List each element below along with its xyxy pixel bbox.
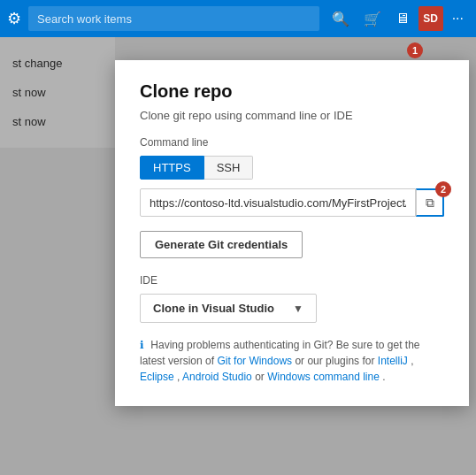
tab-https[interactable]: HTTPS: [140, 156, 204, 180]
url-row: ⧉ 2: [140, 188, 444, 217]
generate-git-credentials-button[interactable]: Generate Git credentials: [140, 231, 303, 258]
step1-badge: 1: [407, 42, 423, 58]
more-options-icon-btn[interactable]: ···: [447, 7, 469, 30]
intellij-link[interactable]: IntelliJ: [378, 355, 408, 367]
eclipse-link[interactable]: Eclipse: [140, 371, 174, 383]
protocol-tabs: HTTPS SSH: [140, 156, 444, 180]
info-text-6: .: [382, 371, 385, 383]
chevron-down-icon: ▼: [293, 303, 303, 315]
android-studio-link[interactable]: Android Studio: [182, 371, 252, 383]
ide-label: IDE: [140, 274, 444, 287]
info-text-3: ,: [411, 355, 413, 367]
info-text-2: or our plugins for: [295, 355, 377, 367]
info-icon: ℹ: [140, 339, 144, 351]
ide-dropdown[interactable]: Clone in Visual Studio ▼: [140, 294, 317, 323]
gear-icon[interactable]: ⚙: [7, 9, 21, 28]
command-line-label: Command line: [140, 136, 444, 149]
tab-ssh[interactable]: SSH: [204, 156, 254, 180]
ide-option-label: Clone in Visual Studio: [153, 302, 274, 315]
copy-icon: ⧉: [426, 195, 434, 211]
top-navbar: ⚙ 🔍 🛒 🖥 SD ···: [0, 0, 476, 37]
repo-url-input[interactable]: [140, 188, 416, 217]
search-icon-btn[interactable]: 🔍: [326, 7, 355, 31]
git-for-windows-link[interactable]: Git for Windows: [217, 355, 292, 367]
panel-title: Clone repo: [140, 81, 444, 102]
windows-command-line-link[interactable]: Windows command line: [267, 371, 380, 383]
avatar[interactable]: SD: [418, 6, 443, 31]
search-input[interactable]: [28, 6, 319, 31]
info-text-5: or: [255, 371, 267, 383]
info-text: ℹ Having problems authenticating in Git?…: [140, 337, 444, 385]
copy-url-button[interactable]: ⧉ 2: [416, 188, 444, 217]
step2-badge: 2: [435, 181, 451, 197]
basket-icon-btn[interactable]: 🛒: [358, 7, 387, 31]
nav-icons: 🔍 🛒 🖥 SD ···: [326, 6, 469, 31]
panel-subtitle: Clone git repo using command line or IDE: [140, 109, 444, 122]
clone-repo-panel: Clone repo Clone git repo using command …: [115, 60, 469, 406]
monitor-icon-btn[interactable]: 🖥: [390, 7, 415, 30]
